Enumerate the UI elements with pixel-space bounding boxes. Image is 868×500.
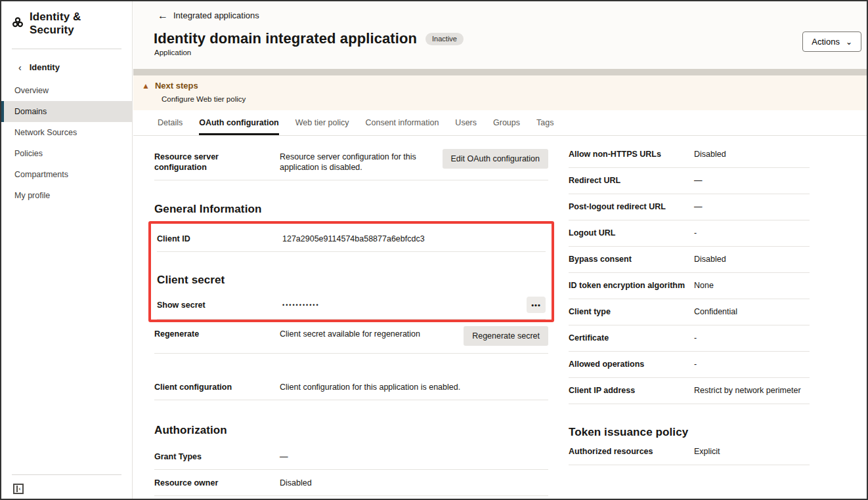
post-logout-redirect-url-label: Post-logout redirect URL xyxy=(569,201,694,212)
secret-more-actions-button[interactable]: ••• xyxy=(527,297,546,313)
authorized-resources-value: Explicit xyxy=(694,446,810,457)
sidebar-item-domains[interactable]: Domains xyxy=(1,101,132,122)
grant-types-value: — xyxy=(280,451,548,462)
sidebar-bottom-divider xyxy=(12,474,121,475)
tab-users[interactable]: Users xyxy=(455,110,477,135)
sidebar: Identity & Security ‹ Identity Overview … xyxy=(1,1,133,499)
token-issuance-policy-heading: Token issuance policy xyxy=(569,426,810,439)
sidebar-section-identity[interactable]: ‹ Identity xyxy=(1,49,132,80)
general-information-heading: General Information xyxy=(154,203,548,216)
sidebar-section-label: Identity xyxy=(30,62,60,72)
allowed-operations-label: Allowed operations xyxy=(569,359,694,369)
tab-bar: Details OAuth configuration Web tier pol… xyxy=(133,110,867,136)
sidebar-item-my-profile[interactable]: My profile xyxy=(1,185,132,206)
tab-groups[interactable]: Groups xyxy=(493,110,520,135)
oauth-left-column: Resource server configuration Resource s… xyxy=(154,136,548,500)
client-configuration-row: Client configuration Client configuratio… xyxy=(154,374,548,400)
resource-owner-label: Resource owner xyxy=(154,478,280,488)
page-subtitle: Application xyxy=(154,49,191,56)
allow-non-https-row: Allow non-HTTPS URLs Disabled xyxy=(569,136,810,168)
grant-types-row: Grant Types — xyxy=(154,437,548,470)
client-secret-heading: Client secret xyxy=(157,274,546,287)
warning-icon: ▲ xyxy=(142,82,150,90)
chevron-left-icon[interactable]: ‹ xyxy=(18,64,22,71)
authorization-heading: Authorization xyxy=(154,424,548,437)
allow-non-https-value: Disabled xyxy=(694,149,810,159)
allowed-operations-row: Allowed operations - xyxy=(569,352,810,378)
redirect-url-label: Redirect URL xyxy=(569,175,694,186)
resource-owner-row: Resource owner Disabled xyxy=(154,470,548,496)
annotation-highlight-box: Client ID 127a2905e9114574ba58877a6ebfcd… xyxy=(148,221,554,322)
actions-label: Actions xyxy=(812,37,840,47)
client-ip-address-row: Client IP address Restrict by network pe… xyxy=(569,378,810,404)
tab-details[interactable]: Details xyxy=(158,110,183,135)
banner-title: Next steps xyxy=(155,81,198,91)
resource-server-row: Resource server configuration Resource s… xyxy=(154,136,548,180)
sidebar-item-compartments[interactable]: Compartments xyxy=(1,164,132,185)
tab-tags[interactable]: Tags xyxy=(536,110,553,135)
breadcrumb[interactable]: ← Integrated applications xyxy=(158,10,259,20)
sidebar-item-policies[interactable]: Policies xyxy=(1,143,132,164)
tab-consent-information[interactable]: Consent information xyxy=(365,110,439,135)
regenerate-label: Regenerate xyxy=(154,329,280,339)
collapse-chevron: ‹ xyxy=(19,486,21,492)
client-id-label: Client ID xyxy=(157,234,282,244)
actions-button[interactable]: Actions ⌄ xyxy=(802,31,861,52)
client-ip-address-value: Restrict by network perimeter xyxy=(694,385,810,396)
show-secret-row: Show secret ••••••••••• ••• xyxy=(157,287,546,320)
next-steps-banner: ▲ Next steps Configure Web tier policy xyxy=(133,75,867,110)
sidebar-header: Identity & Security xyxy=(1,1,132,45)
regenerate-value: Client secret available for regeneration xyxy=(280,329,464,339)
tab-oauth-configuration[interactable]: OAuth configuration xyxy=(199,110,279,135)
breadcrumb-label[interactable]: Integrated applications xyxy=(173,10,259,20)
client-type-row: Client type Confidential xyxy=(569,299,810,325)
client-ip-address-label: Client IP address xyxy=(569,385,694,396)
certificate-value: - xyxy=(694,333,810,343)
grant-types-label: Grant Types xyxy=(154,451,280,462)
client-id-row: Client ID 127a2905e9114574ba58877a6ebfcd… xyxy=(157,224,546,252)
bypass-consent-row: Bypass consent Disabled xyxy=(569,247,810,273)
client-id-value: 127a2905e9114574ba58877a6ebfcdc3 xyxy=(282,234,546,244)
redirect-url-value: — xyxy=(694,175,810,186)
status-badge: Inactive xyxy=(425,33,464,45)
client-configuration-value: Client configuration for this applicatio… xyxy=(280,382,548,392)
oauth-right-column: Allow non-HTTPS URLs Disabled Redirect U… xyxy=(569,136,810,465)
tab-web-tier-policy[interactable]: Web tier policy xyxy=(295,110,349,135)
sidebar-item-network-sources[interactable]: Network Sources xyxy=(1,122,132,143)
authorized-resources-row: Authorized resources Explicit xyxy=(569,439,810,465)
allowed-operations-value: - xyxy=(694,359,810,369)
main-area: ← Integrated applications Identity domai… xyxy=(133,1,867,499)
collapse-sidebar-icon[interactable]: ‹ xyxy=(13,484,24,494)
id-token-encryption-value: None xyxy=(694,280,810,291)
bypass-consent-label: Bypass consent xyxy=(569,254,694,264)
resource-server-value: Resource server configuration for this a… xyxy=(280,152,443,173)
title-row: Identity domain integrated application I… xyxy=(154,30,464,47)
resource-server-label: Resource server configuration xyxy=(154,152,280,173)
back-arrow-icon[interactable]: ← xyxy=(158,11,168,20)
tab-content: Resource server configuration Resource s… xyxy=(133,136,867,500)
logout-url-row: Logout URL - xyxy=(569,220,810,247)
page-title: Identity domain integrated application xyxy=(154,30,417,47)
client-type-value: Confidential xyxy=(694,306,810,317)
identity-security-icon xyxy=(12,16,24,31)
show-secret-label: Show secret xyxy=(157,300,282,310)
client-type-label: Client type xyxy=(569,306,694,317)
post-logout-redirect-url-value: — xyxy=(694,201,810,212)
allow-non-https-label: Allow non-HTTPS URLs xyxy=(569,149,694,159)
id-token-encryption-label: ID token encryption algorithm xyxy=(569,280,694,291)
sidebar-item-overview[interactable]: Overview xyxy=(1,80,132,101)
redirect-url-row: Redirect URL — xyxy=(569,168,810,194)
client-configuration-label: Client configuration xyxy=(154,382,280,392)
resource-owner-value: Disabled xyxy=(280,478,548,488)
regenerate-secret-button[interactable]: Regenerate secret xyxy=(464,326,548,346)
bypass-consent-value: Disabled xyxy=(694,254,810,264)
app-window: Identity & Security ‹ Identity Overview … xyxy=(0,0,868,500)
logout-url-label: Logout URL xyxy=(569,228,694,238)
certificate-label: Certificate xyxy=(569,333,694,343)
edit-oauth-configuration-button[interactable]: Edit OAuth configuration xyxy=(443,149,549,169)
authorized-resources-label: Authorized resources xyxy=(569,446,694,457)
header-divider-band xyxy=(133,69,867,75)
post-logout-redirect-url-row: Post-logout redirect URL — xyxy=(569,194,810,220)
certificate-row: Certificate - xyxy=(569,325,810,352)
banner-subtitle[interactable]: Configure Web tier policy xyxy=(162,95,867,103)
